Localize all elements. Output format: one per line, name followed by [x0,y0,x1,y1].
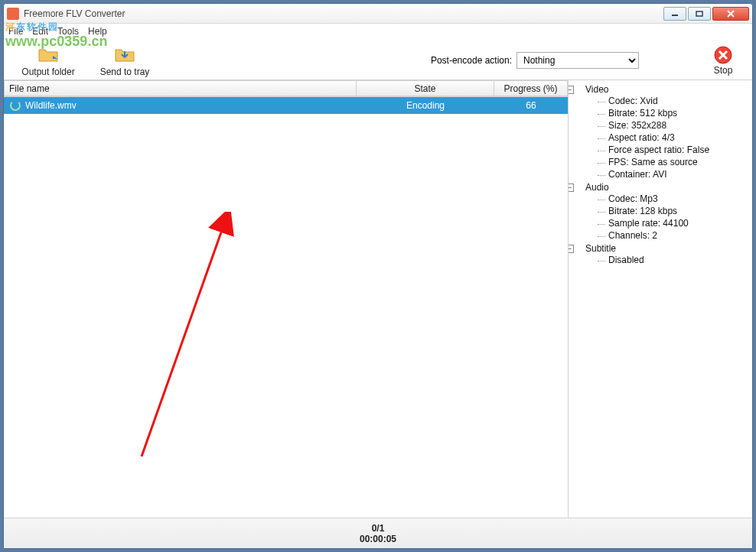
file-list-panel: File name State Progress (%) Wildlife.wm… [4,80,569,518]
tree-subtitle[interactable]: − Subtitle Disabled [575,242,748,267]
status-time: 00:00:05 [360,534,396,544]
post-encode-action: Post-encode action: Nothing [431,52,639,69]
post-encode-label: Post-encode action: [431,55,512,66]
column-state[interactable]: State [357,80,494,96]
row-file-cell: Wildlife.wmv [4,100,357,111]
minimize-button[interactable] [663,7,686,21]
send-to-tray-label: Send to tray [100,67,150,77]
close-icon [726,10,735,18]
collapse-icon[interactable]: − [569,183,574,192]
tree-video[interactable]: − Video Codec: Xvid Bitrate: 512 kbps Si… [575,83,748,181]
tree-audio-bitrate[interactable]: Bitrate: 128 kbps [598,205,748,217]
menubar: File Edit Tools Help [4,24,752,39]
post-encode-select[interactable]: Nothing [516,52,639,69]
tree-video-codec[interactable]: Codec: Xvid [598,95,748,107]
properties-panel: − Video Codec: Xvid Bitrate: 512 kbps Si… [569,80,752,518]
tree-video-container[interactable]: Container: AVI [598,168,748,180]
status-count: 0/1 [372,523,385,534]
tree-video-size[interactable]: Size: 352x288 [598,119,748,132]
list-header: File name State Progress (%) [4,80,568,97]
output-folder-label: Output folder [21,67,74,77]
output-folder-button[interactable]: Output folder [10,44,86,77]
tree-video-aspect[interactable]: Aspect ratio: 4/3 [598,132,748,144]
row-file-name: Wildlife.wmv [25,100,77,111]
statusbar: 0/1 00:00:05 [4,518,752,548]
main-area: File name State Progress (%) Wildlife.wm… [4,80,752,518]
menu-help[interactable]: Help [88,26,107,37]
annotation-arrow [103,212,256,472]
window-title: Freemore FLV Converter [24,8,663,19]
window-controls [663,7,749,21]
folder-icon [37,44,59,65]
column-progress[interactable]: Progress (%) [494,80,568,96]
stop-label: Stop [714,65,733,76]
minimize-icon [671,11,679,17]
tree-video-fps[interactable]: FPS: Same as source [598,156,748,168]
tree-subtitle-disabled[interactable]: Disabled [598,254,748,266]
toolbar: Output folder Send to tray Post-encode a… [4,39,752,80]
column-file[interactable]: File name [4,80,357,96]
tree-audio-codec[interactable]: Codec: Mp3 [598,193,748,205]
maximize-button[interactable] [688,7,711,21]
menu-file[interactable]: File [8,26,23,37]
svg-line-7 [142,219,226,456]
stop-button[interactable]: Stop [700,45,746,76]
svg-rect-1 [696,11,702,16]
collapse-icon[interactable]: − [569,86,574,94]
tree-audio[interactable]: − Audio Codec: Mp3 Bitrate: 128 kbps Sam… [575,181,748,242]
maximize-icon [696,11,703,17]
collapse-icon[interactable]: − [569,245,574,253]
titlebar: Freemore FLV Converter [4,4,752,24]
encoding-spinner-icon [10,100,21,111]
stop-icon [713,45,733,65]
table-row[interactable]: Wildlife.wmv Encoding 66 [4,97,568,114]
tray-icon [114,44,135,65]
close-button[interactable] [712,7,749,21]
list-body[interactable]: Wildlife.wmv Encoding 66 [4,97,568,518]
send-to-tray-button[interactable]: Send to tray [86,44,163,77]
row-state-cell: Encoding [357,100,494,111]
row-progress-cell: 66 [494,100,568,111]
menu-edit[interactable]: Edit [32,26,48,37]
tree-video-bitrate[interactable]: Bitrate: 512 kbps [598,107,748,119]
tree-audio-sample[interactable]: Sample rate: 44100 [598,217,748,229]
menu-tools[interactable]: Tools [57,26,79,37]
tree-audio-channels[interactable]: Channels: 2 [598,229,748,242]
tree-video-force-aspect[interactable]: Force aspect ratio: False [598,144,748,156]
app-icon [7,8,19,20]
app-window: Freemore FLV Converter File Edit Tools H… [3,3,753,549]
